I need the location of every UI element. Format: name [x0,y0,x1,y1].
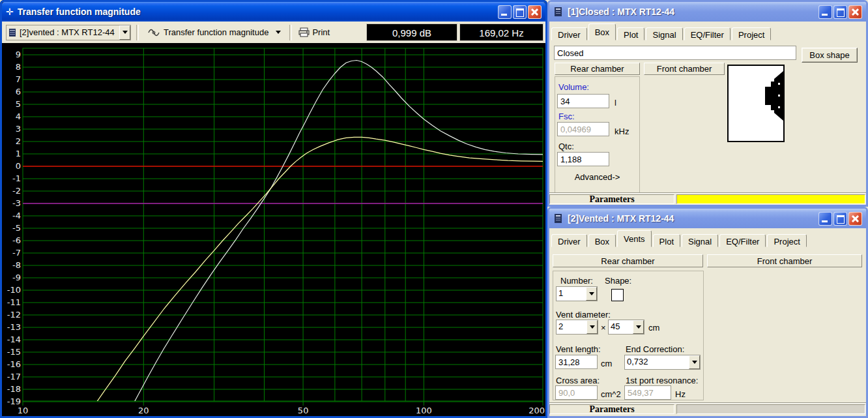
svg-text:-16: -16 [7,359,21,369]
chevron-down-icon[interactable] [586,287,597,301]
svg-text:-8: -8 [12,260,21,270]
print-button[interactable]: Print [295,25,334,40]
vent-diameter-label: Vent diameter: [556,310,611,320]
tab-signal[interactable]: Signal [682,234,718,247]
vent-width-select[interactable]: 2 [556,320,598,335]
svg-text:-3: -3 [12,198,21,208]
vent-number-select[interactable]: 1 [556,286,598,301]
svg-text:-12: -12 [7,310,21,320]
tab-eq-filter[interactable]: EQ/Filter [684,27,731,40]
box-shape-button[interactable]: Box shape [802,48,858,63]
sine-wave-icon [148,28,161,37]
rear-chamber-tab[interactable]: Rear chamber [555,63,640,75]
volume-unit: l [615,98,616,108]
project-chevron-down-icon[interactable] [119,25,130,40]
vent-shape-selector[interactable] [611,289,624,301]
svg-text:-15: -15 [7,347,21,357]
volume-label: Volume: [558,82,589,92]
graph-chevron-down-icon[interactable] [272,25,283,40]
tab-eq-filter[interactable]: EQ/Filter [719,234,766,247]
minimize-button[interactable] [818,5,832,19]
close-button[interactable] [848,212,862,226]
tab-signal[interactable]: Signal [646,27,682,40]
project-icon [8,28,17,37]
closed-window-tabs: DriverBoxPlotSignalEQ/FilterProject [551,23,772,40]
print-button-label: Print [312,27,330,37]
tab-vents[interactable]: Vents [617,230,652,247]
cursor-hz-readout: 169,02 Hz [459,23,543,41]
svg-text:-2: -2 [12,186,21,196]
svg-text:1: 1 [16,149,21,158]
maximize-button[interactable] [833,212,847,226]
status-divider [549,402,866,404]
tab-driver[interactable]: Driver [551,27,587,40]
vent-length-input[interactable] [555,355,598,369]
front-chamber-tab[interactable]: Front chamber [707,254,862,267]
svg-text:50: 50 [298,406,309,415]
svg-text:4: 4 [16,112,21,121]
advanced-link[interactable]: Advanced-> [557,172,637,182]
multiply-icon: × [601,323,606,333]
front-chamber-tab[interactable]: Front chamber [644,63,725,75]
svg-text:-4: -4 [12,211,21,220]
toolbar-separator [136,25,139,40]
desktop: ✛ Transfer function magnitude [2]vented … [0,0,868,418]
svg-text:200: 200 [528,406,545,415]
tab-box[interactable]: Box [588,23,616,40]
status-progress-bar [676,404,865,414]
graph-type-selector[interactable]: Transfer function magnitude [145,25,284,40]
svg-text:10: 10 [18,406,29,415]
tab-project[interactable]: Project [732,27,771,40]
cross-area-label: Cross area: [556,376,600,385]
chevron-down-icon[interactable] [633,320,644,334]
svg-text:-11: -11 [7,297,21,307]
box-type-input[interactable] [554,46,796,60]
graph-type-value: Transfer function magnitude [164,27,268,37]
svg-text:6: 6 [16,87,21,97]
qtc-input[interactable] [557,152,609,166]
port-resonance-input [624,385,671,400]
volume-input[interactable] [557,94,609,108]
maximize-button[interactable] [833,5,847,19]
application-icon [553,7,564,17]
vented-window-titlebar[interactable]: [2]Vented : MTX RT12-44 [549,209,866,228]
closed-box-window: [1]Closed : MTX RT12-44 DriverBoxPlotSig… [547,0,868,207]
maximize-button[interactable] [513,5,527,19]
svg-text:9: 9 [16,50,21,59]
tab-driver[interactable]: Driver [551,234,587,247]
tab-plot[interactable]: Plot [617,27,644,40]
vent-length-unit: cm [601,359,612,368]
transfer-plot[interactable]: 1020501002009876543210-1-2-3-4-5-6-7-8-9… [2,43,545,416]
plot-window-titlebar[interactable]: ✛ Transfer function magnitude [2,2,545,22]
vented-window-tabs: DriverBoxVentsPlotSignalEQ/FilterProject [551,230,808,247]
svg-text:100: 100 [416,406,432,415]
chevron-down-icon[interactable] [586,320,598,334]
project-selector-value: [2]vented : MTX RT12-44 [20,27,115,37]
tab-project[interactable]: Project [767,234,806,247]
svg-text:-19: -19 [7,396,21,406]
svg-text:-13: -13 [7,322,21,332]
vent-shape-label: Shape: [605,276,631,286]
driver-cross-section-icon [729,66,783,141]
svg-text:-18: -18 [7,384,21,394]
tab-plot[interactable]: Plot [653,234,680,247]
vented-window-title: [2]Vented : MTX RT12-44 [568,213,818,224]
closed-window-titlebar[interactable]: [1]Closed : MTX RT12-44 [549,2,866,22]
box-shape-preview [727,65,785,142]
svg-text:-17: -17 [7,372,21,381]
tab-box[interactable]: Box [588,234,616,247]
cursor-db-readout: 0,999 dB [366,23,457,41]
minimize-button[interactable] [498,5,512,19]
end-correction-select[interactable]: 0,732 [624,355,701,370]
minimize-button[interactable] [818,212,832,226]
close-button[interactable] [528,5,542,19]
vent-height-select[interactable]: 45 [608,320,644,335]
rear-chamber-tab[interactable]: Rear chamber [553,254,703,267]
svg-text:-14: -14 [7,335,21,344]
printer-icon [298,27,310,37]
status-parameters: Parameters [549,194,674,204]
close-button[interactable] [848,5,862,19]
cross-area-input [555,385,598,400]
project-selector[interactable]: [2]vented : MTX RT12-44 [6,25,131,40]
chevron-down-icon[interactable] [689,355,700,369]
